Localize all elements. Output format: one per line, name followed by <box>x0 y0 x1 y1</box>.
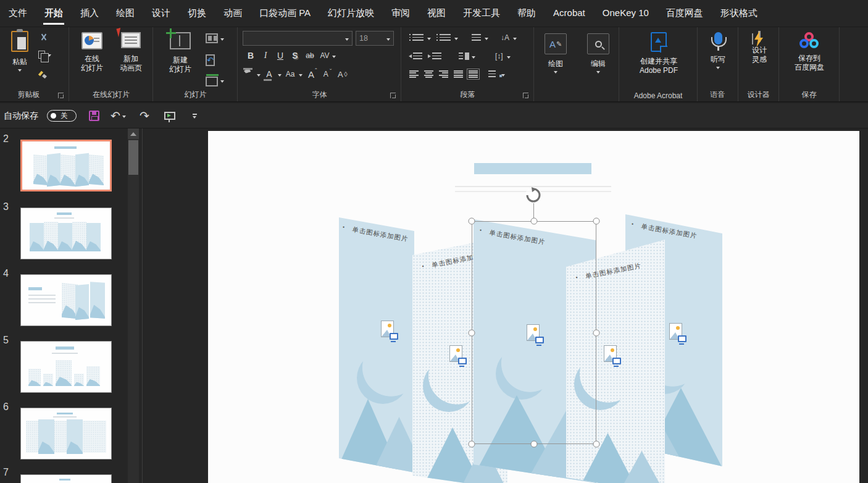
dropdown-arrow-icon <box>220 38 224 41</box>
folding-panel-1[interactable]: •单击图标添加图片 <box>339 217 414 472</box>
picture-placeholder-icon[interactable] <box>449 345 465 365</box>
tab-file[interactable]: 文件 <box>0 0 36 27</box>
save-to-baidu-button[interactable]: 保存到百度网盘 <box>785 32 833 72</box>
tab-developer[interactable]: 开发工具 <box>454 0 509 27</box>
align-left-icon[interactable] <box>409 70 419 78</box>
slide-thumbnail-4[interactable] <box>20 274 112 326</box>
align-right-icon[interactable] <box>439 70 448 78</box>
text-direction-icon[interactable]: ↓A <box>501 33 509 42</box>
tab-help[interactable]: 帮助 <box>509 0 545 27</box>
title-placeholder[interactable] <box>474 163 591 174</box>
draw-button[interactable]: A✎ 绘图 <box>543 33 568 74</box>
dialog-launcher-icon[interactable] <box>390 93 396 98</box>
decrease-indent-icon[interactable] <box>413 52 422 60</box>
align-justify-icon[interactable] <box>454 70 463 78</box>
slide-thumbnail-3[interactable] <box>20 208 112 259</box>
tab-insert[interactable]: 插入 <box>72 0 107 27</box>
new-slide-button[interactable]: 新建幻灯片 <box>162 32 198 74</box>
slide-thumbnail-5[interactable] <box>20 341 112 393</box>
paragraph-group-label: 段落 <box>402 90 533 100</box>
picture-placeholder-icon[interactable] <box>669 323 685 343</box>
resize-handle-bottom-center[interactable] <box>531 441 538 448</box>
dialog-launcher-icon[interactable] <box>58 93 64 98</box>
panel-placeholder-text[interactable]: •单击图标添加图片 <box>631 220 698 241</box>
thumbnail-scrollbar[interactable] <box>128 128 139 483</box>
smartart-convert-icon[interactable] <box>488 70 496 78</box>
strikethrough-button[interactable]: ab <box>303 48 317 63</box>
dialog-launcher-icon[interactable] <box>523 93 528 98</box>
resize-handle-top-right[interactable] <box>593 218 600 225</box>
slide-thumbnail-7[interactable] <box>20 474 112 483</box>
selection-box[interactable] <box>472 221 596 444</box>
picture-placeholder-icon[interactable] <box>381 321 397 340</box>
distribute-icon[interactable] <box>469 70 478 78</box>
autosave-toggle[interactable]: 关 <box>47 110 77 122</box>
slide-number: 4 <box>3 268 9 279</box>
resize-handle-top-left[interactable] <box>469 218 475 225</box>
tab-draw[interactable]: 绘图 <box>107 0 143 27</box>
resize-handle-bottom-right[interactable] <box>593 441 600 448</box>
columns-icon[interactable] <box>459 52 463 60</box>
create-pdf-button[interactable]: 创建并共享Adobe PDF <box>628 32 690 75</box>
undo-button[interactable]: ↶ <box>111 110 126 122</box>
align-center-icon[interactable] <box>424 70 433 78</box>
line-spacing-icon[interactable] <box>472 34 481 41</box>
design-ideas-button[interactable]: 设计灵感 <box>747 32 772 64</box>
tab-home[interactable]: 开始 <box>36 0 72 27</box>
tab-slideshow[interactable]: 幻灯片放映 <box>319 0 383 27</box>
bold-button[interactable]: B <box>243 48 258 63</box>
tab-pocket-animation[interactable]: 口袋动画 PA <box>251 0 319 27</box>
slide-thumbnail-2[interactable] <box>20 140 112 191</box>
online-slides-group-label: 在线幻灯片 <box>70 90 152 100</box>
rotate-handle-icon[interactable] <box>525 187 542 204</box>
slide-editing-area[interactable]: •单击图标添加图片 •单击图标添加图片 •单击图标添加图片 <box>208 131 859 483</box>
tab-shape-format[interactable]: 形状格式 <box>712 0 766 27</box>
increase-indent-icon[interactable] <box>432 52 441 60</box>
picture-placeholder-icon[interactable] <box>604 345 620 365</box>
save-icon[interactable] <box>89 111 99 121</box>
resize-handle-bottom-left[interactable] <box>469 441 475 448</box>
scrollbar-thumb[interactable] <box>128 140 138 175</box>
numbering-icon[interactable] <box>440 34 451 41</box>
tab-design[interactable]: 设计 <box>143 0 179 27</box>
font-size-combo[interactable]: 18 <box>356 31 394 46</box>
panel-placeholder-text[interactable]: •单击图标添加图片 <box>342 224 409 244</box>
reset-button[interactable]: ↶ <box>206 54 215 65</box>
tab-review[interactable]: 审阅 <box>383 0 419 27</box>
resize-handle-mid-right[interactable] <box>593 330 600 337</box>
tab-onekey[interactable]: OneKey 10 <box>594 0 657 27</box>
layout-button[interactable] <box>206 33 224 43</box>
dictate-button[interactable]: 听写 <box>706 32 730 69</box>
bullets-icon[interactable] <box>412 34 424 41</box>
italic-button[interactable]: I <box>258 48 273 63</box>
change-case-button[interactable]: Aa <box>283 67 298 82</box>
edit-button[interactable]: 编辑 <box>586 33 611 74</box>
group-slides: 新建幻灯片 ↶ 幻灯片 <box>154 27 238 101</box>
character-spacing-button[interactable]: AV <box>317 48 332 63</box>
tab-animations[interactable]: 动画 <box>215 0 251 27</box>
resize-handle-mid-left[interactable] <box>469 330 475 337</box>
tab-view[interactable]: 视图 <box>419 0 454 27</box>
tab-acrobat[interactable]: Acrobat <box>545 0 594 27</box>
copy-button[interactable] <box>38 51 51 59</box>
start-slideshow-icon[interactable] <box>164 112 175 120</box>
underline-button[interactable]: U <box>273 48 288 63</box>
tab-transitions[interactable]: 切换 <box>179 0 215 27</box>
align-text-icon[interactable]: [↕] <box>495 52 503 61</box>
slide-thumbnail-6[interactable] <box>20 408 112 460</box>
scroll-up-icon[interactable] <box>128 128 139 139</box>
section-button[interactable] <box>206 74 224 86</box>
tab-baidu-netdisk[interactable]: 百度网盘 <box>657 0 712 27</box>
qat-customize-icon[interactable] <box>193 114 198 119</box>
new-animation-page-button[interactable]: 新加动画页 <box>113 32 149 73</box>
text-shadow-button[interactable]: S <box>288 48 303 63</box>
font-color-button[interactable]: A <box>262 67 277 82</box>
highlight-button[interactable] <box>243 69 256 80</box>
redo-icon[interactable]: ↷ <box>140 110 149 122</box>
paste-button[interactable]: 粘贴 <box>5 31 35 72</box>
font-color-bar <box>264 79 272 81</box>
online-slides-button[interactable]: 在线幻灯片 <box>75 32 109 73</box>
cut-button[interactable] <box>38 32 49 43</box>
font-name-combo[interactable] <box>243 31 353 46</box>
resize-handle-top-center[interactable] <box>531 218 538 225</box>
